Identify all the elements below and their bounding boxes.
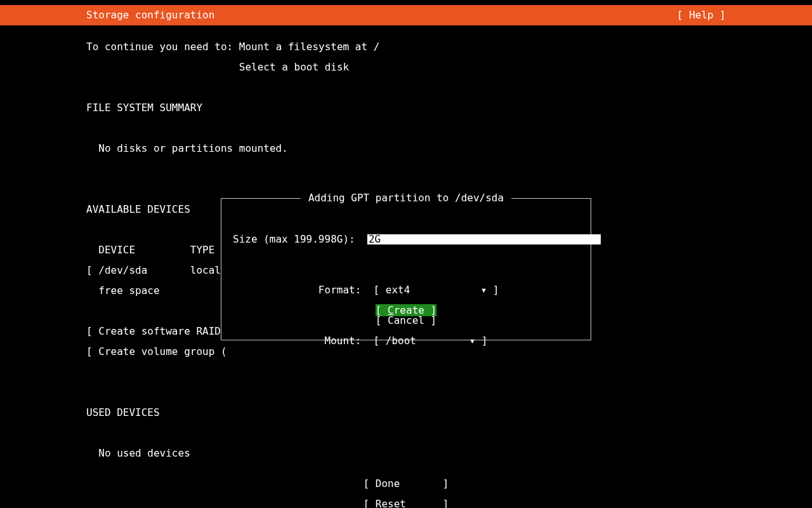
help-button[interactable]: [ Help ] [677,10,726,20]
used-devices-empty: No used devices [86,448,379,458]
page-title: Storage configuration [86,10,214,20]
format-row: Format: [ ext4▾ ] [233,285,579,295]
mount-row: Mount: [ /boot▾ ] [233,336,579,346]
cancel-button[interactable]: [ Cancel ] [221,316,591,326]
add-partition-dialog: Adding GPT partition to /dev/sda Size (m… [221,198,591,340]
continue-hint: To continue you need to: Mount a filesys… [86,42,379,52]
size-input[interactable]: 2G [367,234,601,244]
reset-button[interactable]: [ Reset ] [0,499,812,508]
done-button[interactable]: [ Done ] [0,479,812,489]
chevron-down-icon: ▾ [469,335,476,347]
dialog-title: Adding GPT partition to /dev/sda [221,193,591,203]
format-select[interactable]: ext4 [386,285,481,295]
footer-buttons: [ Done ] [ Reset ] [ Back ] [0,469,812,508]
size-row: Size (max 199.998G): 2G [233,234,579,244]
used-devices-heading: USED DEVICES [86,408,379,418]
header-bar: Storage configuration [ Help ] [0,5,812,25]
chevron-down-icon: ▾ [481,284,487,296]
fs-summary-empty: No disks or partitions mounted. [86,144,379,154]
continue-hint-2: Select a boot disk [86,62,379,72]
mount-select[interactable]: /boot [386,336,469,346]
fs-summary-heading: FILE SYSTEM SUMMARY [86,103,379,113]
